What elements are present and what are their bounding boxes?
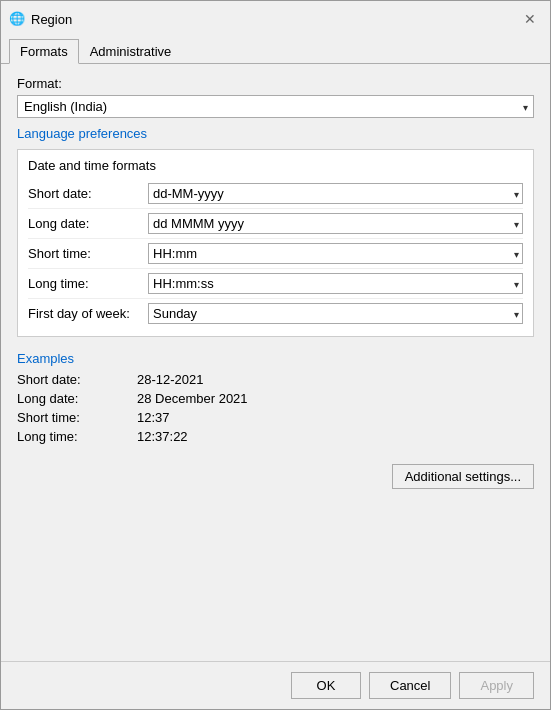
example-long-date: Long date: 28 December 2021 [17,389,534,408]
short-time-label: Short time: [28,246,148,261]
main-content: Format: English (India) ▾ Language prefe… [1,64,550,661]
example-long-time-value: 12:37:22 [137,429,188,444]
datetime-section-title: Date and time formats [28,158,523,173]
window-icon: 🌐 [9,11,25,27]
additional-settings-row: Additional settings... [17,464,534,489]
short-time-select[interactable]: HH:mm [148,243,523,264]
tab-formats[interactable]: Formats [9,39,79,64]
examples-section: Examples Short date: 28-12-2021 Long dat… [17,345,534,452]
example-long-time-label: Long time: [17,429,137,444]
example-short-time: Short time: 12:37 [17,408,534,427]
format-select-wrapper: English (India) ▾ [17,95,534,118]
additional-settings-button[interactable]: Additional settings... [392,464,534,489]
format-select[interactable]: English (India) [17,95,534,118]
example-long-date-label: Long date: [17,391,137,406]
title-bar-left: 🌐 Region [9,11,72,27]
first-day-select-wrapper: Sunday ▾ [148,303,523,324]
first-day-label: First day of week: [28,306,148,321]
short-date-select-wrapper: dd-MM-yyyy ▾ [148,183,523,204]
long-date-label: Long date: [28,216,148,231]
tabs-bar: Formats Administrative [1,35,550,64]
datetime-row-long-time: Long time: HH:mm:ss ▾ [28,269,523,299]
long-date-select-wrapper: dd MMMM yyyy ▾ [148,213,523,234]
short-date-select[interactable]: dd-MM-yyyy [148,183,523,204]
datetime-formats-box: Date and time formats Short date: dd-MM-… [17,149,534,337]
example-long-time: Long time: 12:37:22 [17,427,534,446]
example-short-date-label: Short date: [17,372,137,387]
tab-administrative[interactable]: Administrative [79,39,183,64]
datetime-row-short-time: Short time: HH:mm ▾ [28,239,523,269]
example-short-date: Short date: 28-12-2021 [17,370,534,389]
datetime-row-first-day: First day of week: Sunday ▾ [28,299,523,328]
datetime-row-short-date: Short date: dd-MM-yyyy ▾ [28,179,523,209]
long-time-select[interactable]: HH:mm:ss [148,273,523,294]
example-long-date-value: 28 December 2021 [137,391,248,406]
short-date-label: Short date: [28,186,148,201]
example-short-date-value: 28-12-2021 [137,372,204,387]
long-date-select[interactable]: dd MMMM yyyy [148,213,523,234]
ok-button[interactable]: OK [291,672,361,699]
region-window: 🌐 Region ✕ Formats Administrative Format… [0,0,551,710]
format-section: Format: English (India) ▾ [17,76,534,118]
long-time-label: Long time: [28,276,148,291]
cancel-button[interactable]: Cancel [369,672,451,699]
close-button[interactable]: ✕ [518,7,542,31]
examples-title: Examples [17,351,534,366]
datetime-row-long-date: Long date: dd MMMM yyyy ▾ [28,209,523,239]
title-bar: 🌐 Region ✕ [1,1,550,35]
first-day-select[interactable]: Sunday [148,303,523,324]
language-preferences-link[interactable]: Language preferences [17,126,534,141]
long-time-select-wrapper: HH:mm:ss ▾ [148,273,523,294]
format-label: Format: [17,76,534,91]
footer: OK Cancel Apply [1,661,550,709]
window-title: Region [31,12,72,27]
example-short-time-value: 12:37 [137,410,170,425]
apply-button[interactable]: Apply [459,672,534,699]
short-time-select-wrapper: HH:mm ▾ [148,243,523,264]
example-short-time-label: Short time: [17,410,137,425]
